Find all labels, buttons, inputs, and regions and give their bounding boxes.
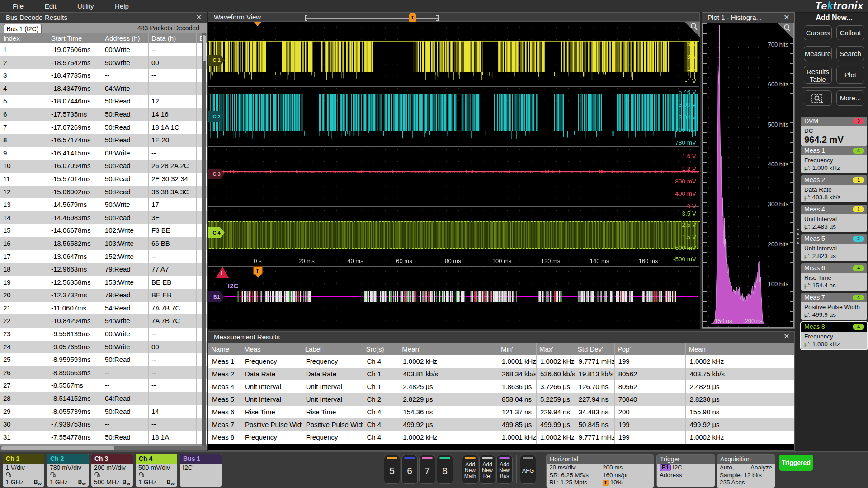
afg-button[interactable]: AFG [520,455,536,484]
channel-badge-ch4[interactable]: Ch 4500 mV/div1 GHzBW [136,454,177,487]
bus-decode-row[interactable]: 2-18.57542ms50:Write00 [0,56,207,70]
tab-bus1-i2c[interactable]: Bus 1 (I2C) [4,24,42,33]
channel-badge-ch3[interactable]: Ch 3200 mV/div500 MHzBW [91,454,133,487]
plot-button[interactable]: Plot [836,66,864,84]
bus-decode-row[interactable]: 14-14.46983ms50:Read3E [0,211,207,225]
bus-decode-row[interactable]: 8-16.57174ms50:Read1E 20 [0,134,207,147]
close-icon[interactable]: ✕ [783,13,790,22]
measurement-row[interactable]: Meas 7Positive Pulse WidthPositive Pulse… [208,418,794,431]
trigger-position-icon[interactable] [254,22,262,26]
column-header[interactable]: E [197,33,202,43]
channel-badge-ch2[interactable]: Ch 2780 mV/div1 GHzBW [47,454,89,487]
bus-decode-row[interactable]: 26-8.890663ms---- [0,366,207,380]
bus-decode-row[interactable]: 16-13.56582ms103:Write66 BB [0,237,207,250]
column-header[interactable]: Address (h) [102,33,149,43]
add-channel-8-button[interactable]: 8 [437,455,453,484]
bus-decode-row[interactable]: 7-17.07269ms50:Read18 1A 1C [0,121,207,134]
horizontal-panel[interactable]: Horizontal 20 ms/div200 ms SR: 6.25 MS/s… [546,454,654,488]
bus-decode-row[interactable]: 29-8.055739ms50:Read14 [0,405,207,418]
bus-decode-row[interactable]: 5-18.07446ms50:Read12 [0,95,207,108]
menu-help[interactable]: Help [108,0,135,12]
add-new-bus-button[interactable]: AddNewBus [496,455,513,484]
trigger-marker-ruler[interactable]: T [409,14,416,22]
column-header[interactable]: Start Time [48,33,102,43]
bus-decode-row[interactable]: 19-12.56358ms153:WriteBE EB [0,276,207,289]
bus-decode-row[interactable]: 1-19.07606ms00:Write-- [0,43,207,56]
column-header[interactable]: Mean' [399,343,498,355]
zoom-box-button[interactable] [804,90,832,106]
meas-badge-meas1[interactable]: Meas 14Frequencyµ': 1.000 kHz [801,146,867,173]
bus-decode-row[interactable]: 13-14.5679ms50:Write17 [0,198,207,211]
trigger-panel[interactable]: Trigger B1 I2C Address [656,454,715,487]
bus-decode-row[interactable]: 24-9.057659ms50:Write00 [0,341,207,354]
bus-decode-row[interactable]: 15-14.06678ms102:WriteF3 BE [0,224,207,237]
vertical-scrollbar[interactable] [202,33,206,446]
measurement-row[interactable]: Meas 1FrequencyFrequencyCh 41.0002 kHz1.… [208,355,794,368]
bus-decode-row[interactable]: 30-7.939753ms---- [0,418,207,431]
menu-file[interactable]: File [6,0,30,12]
menu-utility[interactable]: Utility [71,0,100,12]
column-header[interactable] [650,343,686,355]
bus-decode-row[interactable]: 6-17.5735ms50:Read14 16 [0,108,207,121]
bus-decode-row[interactable]: 23-9.558139ms00:Write-- [0,328,207,341]
bus-decode-row[interactable]: 25-8.959593ms50:Read-- [0,353,207,366]
search-button[interactable]: Search [836,46,864,61]
bus-decode-row[interactable]: 11-15.57014ms50:Read2E 30 32 34 [0,173,207,186]
close-icon[interactable]: ✕ [783,332,790,341]
column-header[interactable]: Mean [686,343,794,355]
meas-badge-meas5[interactable]: Meas 52Unit Intervalµ': 2.823 µs [801,234,867,261]
column-header[interactable]: Name [208,343,241,355]
meas-badge-meas6[interactable]: Meas 64Rise Timeµ': 154.4 ns [801,263,867,291]
results-table-button[interactable]: Results Table [804,66,832,84]
column-header[interactable]: Src(s) [363,343,399,355]
add-channel-7-button[interactable]: 7 [419,455,435,484]
bus-decode-row[interactable]: 9-16.41415ms08:Write-- [0,147,207,160]
bus-decode-row[interactable]: 20-12.3732ms79:ReadBE EB [0,289,207,302]
add-new-math-button[interactable]: AddNewMath [462,455,478,484]
meas-badge-meas7[interactable]: Meas 74Positive Pulse Widthµ': 499.9 µs [801,293,867,320]
panel-drag-handle[interactable] [796,226,800,249]
channel-badge-ch1[interactable]: Ch 11 V/div1 GHzBW [3,454,44,487]
horizontal-scrollbar[interactable] [0,446,207,450]
column-header[interactable]: Pop' [615,343,650,355]
column-header[interactable]: Min' [498,343,537,355]
zoom-magnifier-icon[interactable] [684,22,700,37]
callout-button[interactable]: Callout [836,25,864,40]
menu-edit[interactable]: Edit [38,0,63,12]
bus-decode-row[interactable]: 12-15.06902ms50:Read36 38 3A 3C [0,186,207,199]
close-icon[interactable]: ✕ [196,13,202,22]
bus-decode-row[interactable]: 4-18.43479ms04:Write-- [0,82,207,95]
trigger-marker-badge[interactable]: T [253,266,263,275]
acquisition-panel[interactable]: Acquisition Auto,Analyze Sample: 12 bits… [717,454,775,488]
add-channel-6-button[interactable]: 6 [401,455,418,484]
meas-badge-meas8[interactable]: Meas 84Frequencyµ': 1.000 kHz [801,322,867,349]
waveform-canvas[interactable] [208,22,700,329]
histogram-plot-area[interactable]: 700 hits600 hits500 hits400 hits300 hits… [703,23,793,327]
meas-badge-dvm[interactable]: DVM3DC964.2 mV [801,117,867,146]
waveform-grid[interactable]: ! T I2C C 1C 2C 3C 4B1 0 s20 ms40 ms60 m… [208,22,700,329]
column-header[interactable]: Std Dev' [575,343,615,355]
channel-badge-bus1[interactable]: Bus 1I2C [180,454,222,487]
bus-decode-row[interactable]: 22-10.84294ms54:Write7A 7B 7C [0,314,207,328]
meas-badge-meas4[interactable]: Meas 41Unit Intervalµ': 2.483 µs [801,205,867,232]
bus-decode-row[interactable]: 17-13.0647ms152:Write-- [0,250,207,263]
measure-button[interactable]: Measure [804,46,832,61]
bus-decode-row[interactable]: 18-12.9663ms79:Read77 A7 [0,263,207,276]
column-header[interactable]: Data (h) [149,33,197,43]
zoom-magnifier-icon[interactable] [778,23,793,38]
measurement-row[interactable]: Meas 6Rise TimeRise TimeCh 4154.36 ns121… [208,406,794,418]
bus-decode-row[interactable]: 28-8.514152ms04:Read-- [0,392,207,405]
zoom-overview-ruler[interactable]: T [305,15,439,21]
measurement-row[interactable]: Meas 4Unit IntervalUnit IntervalCh 12.48… [208,380,794,393]
bus-decode-row[interactable]: 21-11.0607ms54:Read7A 7B 7C [0,302,207,315]
bus-decode-row[interactable]: 27-8.5567ms---- [0,379,207,392]
measurement-row[interactable]: Meas 5Unit IntervalUnit IntervalCh 22.82… [208,393,794,406]
meas-badge-meas2[interactable]: Meas 21Data Rateµ': 403.8 kb/s [801,175,867,202]
column-header[interactable]: Index [0,33,48,43]
column-header[interactable]: Label [302,343,363,355]
column-header[interactable]: Meas [241,343,302,355]
bus-decode-row[interactable]: 10-16.07094ms50:Read26 28 2A 2C [0,160,207,173]
more-button[interactable]: More... [836,90,864,106]
cursors-button[interactable]: Cursors [804,25,832,40]
column-header[interactable]: Max' [537,343,575,355]
